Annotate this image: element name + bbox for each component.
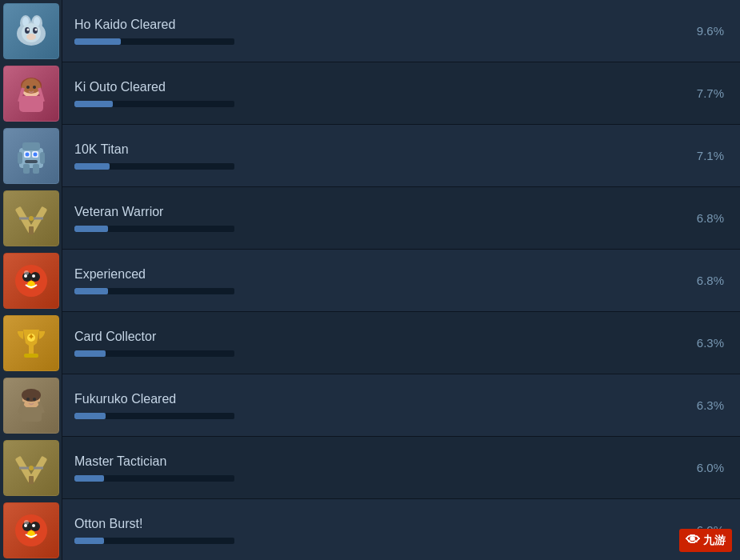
svg-point-16 <box>26 86 30 89</box>
achievement-title-otton-burst: Otton Burst! <box>74 517 680 531</box>
achievement-row-ho-kaido[interactable]: Ho Kaido Cleared 9.6% <box>0 0 740 62</box>
svg-point-36 <box>30 272 40 282</box>
achievement-title-veteran-warrior: Veteran Warrior <box>74 205 680 219</box>
svg-point-39 <box>32 274 35 278</box>
svg-point-46 <box>22 389 41 402</box>
achievement-icon-fukuruko-cleared <box>0 374 62 437</box>
svg-point-58 <box>30 522 40 531</box>
progress-bar-bg-experienced <box>74 288 234 294</box>
svg-rect-23 <box>33 164 39 174</box>
achievement-row-experienced[interactable]: Experienced 6.8% <box>0 250 740 312</box>
achievement-content-ki-outo: Ki Outo Cleared <box>62 80 692 107</box>
svg-rect-42 <box>24 354 38 358</box>
achievement-icon-card-collector <box>0 312 62 374</box>
progress-bar-bg-fukuruko-cleared <box>74 413 234 419</box>
progress-bar-bg-otton-burst <box>74 538 234 544</box>
achievement-title-master-tactician: Master Tactician <box>74 454 680 469</box>
achievement-icon-otton-burst <box>0 499 62 561</box>
svg-rect-41 <box>29 346 34 354</box>
watermark-text: 九游 <box>703 534 726 548</box>
achievement-title-ki-outo: Ki Outo Cleared <box>74 80 680 94</box>
svg-point-8 <box>26 34 36 40</box>
progress-bar-fill-master-tactician <box>74 475 104 482</box>
svg-point-9 <box>26 28 29 30</box>
progress-bar-bg-master-tactician <box>74 475 234 482</box>
achievement-row-veteran-warrior[interactable]: Veteran Warrior 6.8% <box>0 187 740 250</box>
achievement-percent-card-collector: 6.3% <box>692 336 740 350</box>
progress-bar-bg-ho-kaido <box>74 38 234 45</box>
svg-rect-22 <box>23 164 30 174</box>
svg-point-17 <box>33 86 36 89</box>
progress-bar-bg-ki-outo <box>74 101 234 107</box>
svg-point-27 <box>33 152 37 156</box>
svg-rect-12 <box>19 96 43 112</box>
progress-bar-fill-ho-kaido <box>74 38 121 45</box>
progress-bar-fill-card-collector <box>74 350 106 357</box>
achievement-title-card-collector: Card Collector <box>74 330 680 344</box>
achievement-content-ho-kaido: Ho Kaido Cleared <box>62 18 692 45</box>
achievement-percent-ho-kaido: 9.6% <box>692 24 740 38</box>
achievement-icon-master-tactician <box>0 437 62 499</box>
achievement-content-10k-titan: 10K Titan <box>62 142 692 170</box>
svg-point-62 <box>24 520 29 525</box>
svg-point-49 <box>26 398 30 401</box>
watermark-eye-icon: 👁 <box>686 532 700 549</box>
achievement-content-fukuruko-cleared: Fukuruko Cleared <box>62 392 692 419</box>
achievement-content-otton-burst: Otton Burst! <box>62 517 692 544</box>
achievement-title-ho-kaido: Ho Kaido Cleared <box>74 18 680 32</box>
achievement-icon-ki-outo <box>0 62 62 125</box>
achievement-icon-experienced <box>0 250 62 312</box>
progress-bar-fill-ki-outo <box>74 101 113 107</box>
achievement-row-10k-titan[interactable]: 10K Titan 7.1% <box>0 125 740 187</box>
achievement-row-master-tactician[interactable]: Master Tactician 6.0% <box>0 437 740 499</box>
achievement-percent-veteran-warrior: 6.8% <box>692 211 740 225</box>
achievement-title-experienced: Experienced <box>74 267 680 282</box>
achievement-icon-ho-kaido <box>0 0 62 62</box>
progress-bar-bg-card-collector <box>74 350 234 357</box>
svg-rect-19 <box>22 142 40 150</box>
progress-bar-fill-experienced <box>74 288 108 294</box>
achievement-title-10k-titan: 10K Titan <box>74 142 680 157</box>
svg-rect-45 <box>21 407 42 422</box>
achievement-content-experienced: Experienced <box>62 267 692 294</box>
achievement-list: Ho Kaido Cleared 9.6% Ki Outo Clea <box>0 0 740 560</box>
svg-point-61 <box>32 524 35 527</box>
achievement-row-ki-outo[interactable]: Ki Outo Cleared 7.7% <box>0 62 740 125</box>
svg-rect-33 <box>29 226 34 234</box>
progress-bar-bg-veteran-warrior <box>74 226 234 232</box>
achievement-row-otton-burst[interactable]: Otton Burst! 6.0% <box>0 499 740 560</box>
achievement-percent-ki-outo: 7.7% <box>692 86 740 100</box>
achievement-icon-10k-titan <box>0 125 62 187</box>
achievement-icon-veteran-warrior <box>0 187 62 250</box>
svg-rect-55 <box>29 476 34 484</box>
svg-rect-28 <box>25 160 38 163</box>
achievement-row-card-collector[interactable]: Card Collector 6.3% <box>0 312 740 374</box>
svg-point-50 <box>33 398 36 401</box>
achievement-percent-master-tactician: 6.0% <box>692 461 740 474</box>
svg-rect-21 <box>40 152 45 164</box>
progress-bar-fill-10k-titan <box>74 163 110 170</box>
svg-point-54 <box>29 466 34 470</box>
achievement-content-card-collector: Card Collector <box>62 330 692 357</box>
svg-rect-20 <box>18 152 22 164</box>
svg-rect-18 <box>19 148 43 168</box>
svg-point-26 <box>25 152 29 156</box>
progress-bar-fill-veteran-warrior <box>74 226 108 232</box>
achievement-percent-10k-titan: 7.1% <box>692 149 740 162</box>
svg-point-40 <box>24 270 29 275</box>
achievement-percent-fukuruko-cleared: 6.3% <box>692 398 740 412</box>
achievement-title-fukuruko-cleared: Fukuruko Cleared <box>74 392 680 406</box>
svg-point-10 <box>34 28 37 30</box>
achievement-row-fukuruko-cleared[interactable]: Fukuruko Cleared 6.3% <box>0 374 740 437</box>
progress-bar-fill-fukuruko-cleared <box>74 413 106 419</box>
achievement-percent-experienced: 6.8% <box>692 274 740 287</box>
achievement-content-veteran-warrior: Veteran Warrior <box>62 205 692 232</box>
progress-bar-bg-10k-titan <box>74 163 234 170</box>
achievement-content-master-tactician: Master Tactician <box>62 454 692 482</box>
svg-point-32 <box>29 216 34 221</box>
progress-bar-fill-otton-burst <box>74 538 104 544</box>
watermark: 👁 九游 <box>679 529 732 552</box>
